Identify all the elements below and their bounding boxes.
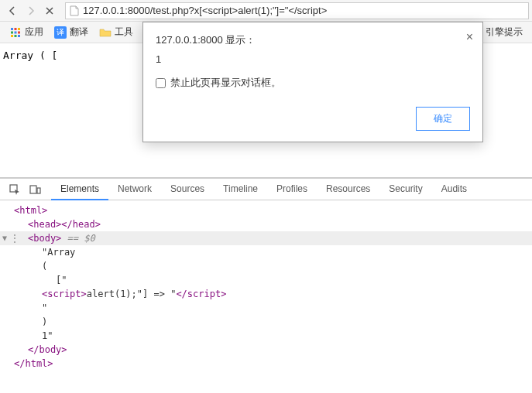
svg-rect-10 <box>30 186 36 193</box>
element-node[interactable]: <script>alert(1);"] => "</script> <box>0 287 532 301</box>
element-text[interactable]: [" <box>0 273 532 287</box>
element-text[interactable]: "Array <box>0 245 532 259</box>
page-text: Array ( [ <box>3 50 57 61</box>
page-icon <box>69 5 80 16</box>
dots-icon: ⋮ <box>10 231 19 245</box>
url-text: 127.0.0.1:8000/test.php?x[<script>alert(… <box>83 5 327 16</box>
dialog-body: 1 禁止此页再显示对话框。 <box>143 53 482 99</box>
devtools-toolbar: Elements Network Sources Timeline Profil… <box>0 179 532 200</box>
suppress-label: 禁止此页再显示对话框。 <box>170 76 281 90</box>
element-node[interactable]: </html> <box>0 357 532 371</box>
element-node[interactable]: </body> <box>0 343 532 357</box>
back-button[interactable] <box>3 2 22 20</box>
tab-audits[interactable]: Audits <box>432 179 476 200</box>
bookmark-truncated[interactable]: 引擎提示 <box>482 24 526 40</box>
bookmark-label: 应用 <box>25 26 43 39</box>
svg-rect-7 <box>15 35 17 37</box>
tab-profiles[interactable]: Profiles <box>267 179 317 200</box>
suppress-checkbox-row[interactable]: 禁止此页再显示对话框。 <box>156 76 470 90</box>
element-text[interactable]: 1" <box>0 329 532 343</box>
bookmark-apps[interactable]: 应用 <box>6 24 46 40</box>
device-icon[interactable] <box>25 179 45 200</box>
tab-resources[interactable]: Resources <box>317 179 379 200</box>
tab-elements[interactable]: Elements <box>51 179 108 200</box>
alert-dialog: 127.0.0.1:8000 显示： × 1 禁止此页再显示对话框。 确定 <box>142 22 483 142</box>
bookmark-translate[interactable]: 译 翻译 <box>51 24 91 40</box>
forward-button[interactable] <box>22 2 40 20</box>
folder-icon <box>99 26 112 39</box>
element-text[interactable]: " <box>0 301 532 315</box>
svg-rect-1 <box>15 28 17 30</box>
tab-sources[interactable]: Sources <box>161 179 214 200</box>
svg-rect-11 <box>37 188 40 193</box>
svg-rect-2 <box>18 28 20 30</box>
bookmark-label: 工具 <box>115 26 133 39</box>
element-node-selected[interactable]: ▼⋮<body> == $0 <box>0 231 532 245</box>
caret-down-icon[interactable]: ▼ <box>2 231 7 245</box>
svg-rect-8 <box>18 35 20 37</box>
ok-button[interactable]: 确定 <box>416 107 470 131</box>
stop-button[interactable] <box>40 2 59 20</box>
translate-icon: 译 <box>54 26 67 39</box>
svg-rect-4 <box>15 31 17 33</box>
devtools-tabs: Elements Network Sources Timeline Profil… <box>51 179 476 200</box>
inspect-icon[interactable] <box>5 179 25 200</box>
browser-toolbar: 127.0.0.1:8000/test.php?x[<script>alert(… <box>0 0 532 22</box>
bookmark-label: 翻译 <box>70 26 88 39</box>
element-text[interactable]: ) <box>0 315 532 329</box>
dialog-header: 127.0.0.1:8000 显示： × <box>143 22 482 53</box>
dialog-title: 127.0.0.1:8000 显示： <box>156 34 256 46</box>
bookmark-tools[interactable]: 工具 <box>96 24 136 40</box>
element-node[interactable]: <html> <box>0 203 532 217</box>
svg-rect-5 <box>18 31 20 33</box>
tab-timeline[interactable]: Timeline <box>214 179 267 200</box>
bookmark-label: 引擎提示 <box>486 26 523 39</box>
tab-security[interactable]: Security <box>379 179 431 200</box>
svg-rect-0 <box>11 28 13 30</box>
devtools-panel: Elements Network Sources Timeline Profil… <box>0 177 532 393</box>
svg-rect-3 <box>11 31 13 33</box>
svg-rect-6 <box>11 35 13 37</box>
devtools-elements-tree[interactable]: <html> <head></head> ▼⋮<body> == $0 "Arr… <box>0 200 532 374</box>
url-bar[interactable]: 127.0.0.1:8000/test.php?x[<script>alert(… <box>65 2 529 19</box>
tab-network[interactable]: Network <box>108 179 161 200</box>
dialog-message: 1 <box>156 53 470 65</box>
element-node[interactable]: <head></head> <box>0 217 532 231</box>
dialog-footer: 确定 <box>143 99 482 142</box>
suppress-checkbox[interactable] <box>156 78 166 88</box>
close-icon[interactable]: × <box>466 30 473 44</box>
apps-icon <box>9 26 22 39</box>
element-text[interactable]: ( <box>0 259 532 273</box>
